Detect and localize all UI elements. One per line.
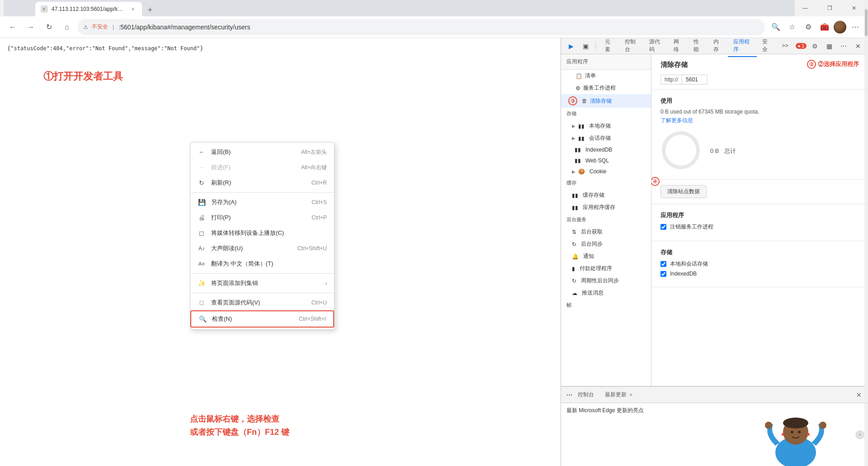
extensions-btn[interactable]: 🧰: [817, 20, 832, 34]
tab-performance[interactable]: 性能: [688, 35, 708, 57]
websql-icon: ▮▮: [575, 157, 581, 164]
profile-btn[interactable]: [834, 21, 846, 33]
menu-item-forward[interactable]: → 前进(F) Alt+向右键: [190, 160, 334, 175]
menu-btn[interactable]: ⋯: [848, 20, 863, 34]
checkbox-unregister-sw: 注销服务工作进程: [660, 223, 859, 231]
more-tool-btn[interactable]: ⋯: [837, 40, 850, 52]
tab-elements[interactable]: 元素: [599, 35, 619, 57]
menu-label-readaloud: 大声朗读(U): [211, 244, 292, 252]
tab-application[interactable]: 应用程序: [728, 35, 757, 57]
print-icon: 🖨: [198, 214, 206, 221]
maximize-btn[interactable]: ❐: [819, 0, 840, 16]
collections-btn[interactable]: ⚙: [801, 20, 816, 34]
devtools-toolbar: ▶ ▣ 元素 控制台 源代码 网络 性能 内存 应用程序 安全 >> ● 1: [561, 38, 868, 54]
shortcut-readaloud: Ctrl+Shift+U: [297, 245, 327, 252]
tab-close-btn[interactable]: ×: [129, 5, 137, 13]
chart-container: [660, 130, 701, 172]
tree-subsection-frames: 帧: [561, 299, 651, 311]
favorites-btn[interactable]: ☆: [785, 20, 799, 34]
tree-item-push[interactable]: ☁ 推送消息: [561, 287, 651, 299]
bottom-tab-console[interactable]: 控制台: [572, 389, 599, 400]
bottom-dots[interactable]: ⋯: [566, 391, 572, 398]
chart-value: 0 B: [710, 147, 719, 154]
back-btn[interactable]: ←: [5, 20, 20, 34]
tab-source[interactable]: 源代码: [644, 35, 668, 57]
minimize-btn[interactable]: —: [795, 0, 816, 16]
tree-label-appcache: 应用程序缓存: [583, 204, 615, 211]
usage-title: 使用: [660, 97, 859, 105]
payment-icon: ▮: [572, 266, 575, 272]
tree-item-local-storage[interactable]: ▶ ▮▮ 本地存储: [561, 120, 651, 132]
shortcut-saveas: Ctrl+S: [311, 199, 327, 205]
tree-item-sw[interactable]: ⚙ 服务工作进程: [561, 82, 651, 94]
tab-network[interactable]: 网络: [668, 35, 688, 57]
tree-label-websql: Web SQL: [585, 157, 609, 164]
forward-btn[interactable]: →: [24, 20, 38, 34]
readaloud-icon: A♪: [198, 245, 206, 252]
reload-btn[interactable]: ↻: [42, 20, 56, 34]
tab-console[interactable]: 控制台: [619, 35, 644, 57]
local-session-checkbox[interactable]: [660, 261, 666, 267]
bottom-close-btn[interactable]: ✕: [854, 390, 864, 400]
menu-item-viewsource[interactable]: □ 查看页面源代码(V) Ctrl+U: [190, 295, 334, 310]
tree-item-websql[interactable]: ▮▮ Web SQL: [561, 155, 651, 166]
tree-item-cookie[interactable]: ▶ 🍪 Cookie: [561, 166, 651, 177]
bottom-tab-updates[interactable]: 最新更新 ×: [599, 389, 638, 400]
tree-item-payment[interactable]: ▮ 付款处理程序: [561, 262, 651, 275]
menu-item-translate[interactable]: A≡ 翻译为 中文（简体）(T): [190, 256, 334, 271]
scroll-right-btn[interactable]: ›: [855, 430, 864, 439]
tab-more[interactable]: >>: [777, 40, 794, 52]
close-btn[interactable]: ✕: [844, 0, 864, 16]
tree-item-manifest[interactable]: 📋 清单: [561, 70, 651, 82]
unregister-sw-checkbox[interactable]: [660, 224, 666, 230]
settings-tool-btn[interactable]: ⚙: [808, 40, 821, 52]
tree-item-periodic-sync[interactable]: ↻ 周期性后台同步: [561, 275, 651, 287]
menu-item-saveas[interactable]: 💾 另存为(A) Ctrl+S: [190, 195, 334, 210]
session-storage-icon: ▮▮: [578, 135, 585, 142]
tree-label-manifest: 清单: [585, 72, 596, 80]
cursor-tool-btn[interactable]: ▶: [565, 40, 577, 52]
chart-label: 总计: [724, 147, 736, 154]
tree-item-session-storage[interactable]: ▶ ▮▮ 会话存储: [561, 132, 651, 144]
tree-item-indexeddb[interactable]: ▮▮ IndexedDB: [561, 144, 651, 155]
step4-circle: ④: [651, 177, 660, 186]
indexeddb-checkbox[interactable]: [660, 271, 666, 277]
content-area: {"statusCode":404,"error":"Not Found","m…: [0, 38, 868, 466]
mobile-tool-btn[interactable]: ▣: [579, 40, 592, 52]
app-section: 应用程序 注销服务工作进程: [651, 204, 868, 241]
tree-item-clear-storage[interactable]: ③ 🗑 清除存储: [561, 94, 651, 108]
clear-storage-icon: 🗑: [582, 98, 587, 104]
tab-memory[interactable]: 内存: [708, 35, 728, 57]
home-btn[interactable]: ⌂: [60, 20, 74, 34]
tree-item-app-cache[interactable]: ▮▮ 应用程序缓存: [561, 201, 651, 214]
menu-item-readaloud[interactable]: A♪ 大声朗读(U) Ctrl+Shift+U: [190, 241, 334, 256]
menu-item-back[interactable]: ← 返回(B) Alt+左箭头: [190, 144, 334, 160]
bottom-tab-close-btn[interactable]: ×: [629, 392, 632, 398]
tree-item-bg-fetch[interactable]: ⇅ 后台获取: [561, 226, 651, 238]
character-illustration: [750, 407, 841, 466]
search-btn[interactable]: 🔍: [769, 20, 783, 34]
menu-item-print[interactable]: 🖨 打印(P) Ctrl+P: [190, 210, 334, 225]
separator-1: [190, 192, 334, 193]
clear-site-data-btn[interactable]: 清除站点数据: [660, 185, 707, 198]
tree-item-notifications[interactable]: 🔔 通知: [561, 250, 651, 262]
learn-more-link[interactable]: 了解更多信息: [660, 117, 693, 124]
devtools-body: 应用程序 📋 清单 ⚙ 服务工作进程 ③ 🗑 清除存储: [561, 54, 868, 386]
annotation-text: 点击鼠标右键，选择检查或者按下键盘（Fn）F12 键: [190, 414, 289, 437]
menu-item-refresh[interactable]: ↻ 刷新(R) Ctrl+R: [190, 175, 334, 190]
menu-item-cast[interactable]: ◻ 将媒体转移到设备上播放(C): [190, 225, 334, 241]
dock-tool-btn[interactable]: ▦: [823, 40, 835, 52]
shortcut-print: Ctrl+P: [311, 214, 327, 221]
checkbox-local-session: 本地和会话存储: [660, 260, 859, 268]
step3-marker: ③: [568, 96, 577, 105]
tree-item-bg-sync[interactable]: ↻ 后台同步: [561, 238, 651, 250]
new-tab-btn[interactable]: +: [144, 4, 156, 16]
browser-tab[interactable]: K 47.113.112.103:5601/app/kibana ×: [35, 2, 142, 16]
tab-security[interactable]: 安全: [757, 35, 777, 57]
menu-item-inspect[interactable]: 🔍 检查(N) Ctrl+Shift+I: [190, 310, 334, 328]
address-bar[interactable]: ⚠ 不安全 | :5601/app/kibana#/management/sec…: [78, 19, 765, 35]
menu-item-collections[interactable]: ✨ 将页面添加到集锦 ›: [190, 276, 334, 291]
menu-label-refresh: 刷新(R): [211, 179, 306, 187]
tree-item-cache-storage[interactable]: ▮▮ 缓存存储: [561, 189, 651, 201]
devtools-close-btn[interactable]: ✕: [852, 40, 864, 52]
